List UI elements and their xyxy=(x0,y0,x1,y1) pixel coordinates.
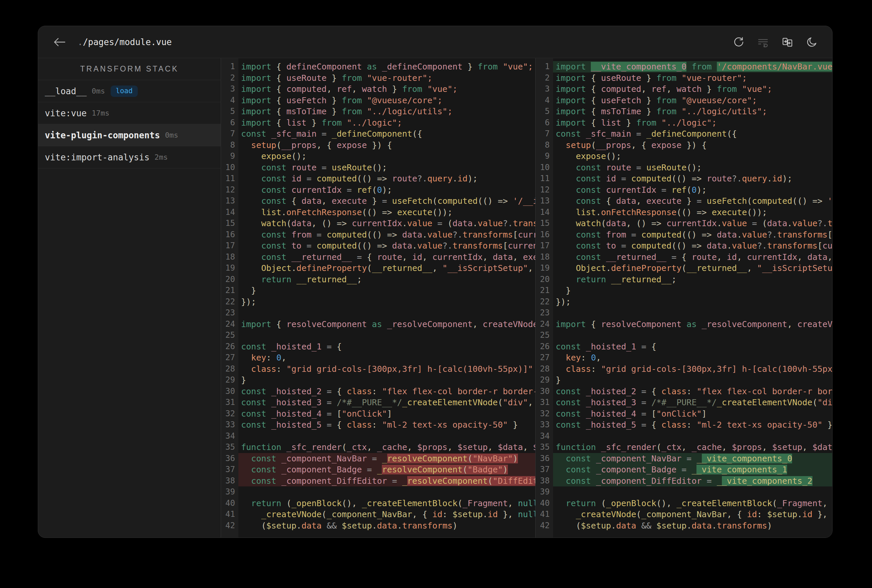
code-line: 27 key: 0, xyxy=(536,352,832,363)
code-line: 38 const _component_DiffEditor = _resolv… xyxy=(221,476,535,487)
sidebar-item-vite-import-analysis[interactable]: vite:import-analysis2ms xyxy=(38,146,221,168)
line-number: 25 xyxy=(536,330,553,341)
code-text: return (_openBlock(), _createElementBloc… xyxy=(553,498,832,509)
code-text: expose(); xyxy=(238,151,535,162)
line-number: 37 xyxy=(221,464,238,476)
code-text: const to = computed(() => data.value?.tr… xyxy=(553,240,832,252)
code-line: 41 _createVNode(_component_NavBar, { id:… xyxy=(221,509,535,520)
code-line: 4import { useFetch } from "@vueuse/core"… xyxy=(221,95,535,106)
diff-added-line: const _component_DiffEditor = __vite_com… xyxy=(553,476,832,487)
sidebar-item--load-[interactable]: __load__0msload xyxy=(38,80,221,102)
code-text: import { defineComponent as _defineCompo… xyxy=(238,61,535,72)
line-number: 31 xyxy=(536,397,553,408)
code-panel-before[interactable]: 1import { defineComponent as _defineComp… xyxy=(221,58,535,537)
line-number: 30 xyxy=(221,386,238,397)
line-number: 18 xyxy=(536,252,553,263)
side-by-side-button[interactable] xyxy=(781,36,794,48)
code-panel-after[interactable]: 1import __vite_components_0 from '/compo… xyxy=(535,58,832,537)
code-line: 9 expose(); xyxy=(221,151,535,162)
code-line: 28 class: "grid grid-cols-[300px,3fr] h-… xyxy=(221,363,535,375)
code-text: return __returned__; xyxy=(553,274,832,285)
code-text: key: 0, xyxy=(553,352,832,363)
line-number: 42 xyxy=(536,520,553,531)
line-number: 22 xyxy=(536,296,553,308)
line-number: 2 xyxy=(221,72,238,84)
code-text: } xyxy=(553,285,832,296)
code-text: const __returned__ = { route, id, curren… xyxy=(238,252,535,263)
line-number: 32 xyxy=(221,408,238,420)
dark-mode-button[interactable] xyxy=(806,36,818,48)
back-button[interactable] xyxy=(53,36,66,48)
line-number: 21 xyxy=(536,285,553,296)
code-text: }); xyxy=(553,296,832,308)
main-area: TRANSFORM STACK __load__0msloadvite:vue1… xyxy=(38,58,832,537)
line-number: 8 xyxy=(536,140,553,151)
code-text: const _sfc_main = _defineComponent({ xyxy=(553,128,832,140)
line-number: 3 xyxy=(221,84,238,95)
code-line: 30const _hoisted_2 = { class: "flex flex… xyxy=(221,386,535,397)
code-line: 26const _hoisted_1 = { xyxy=(221,341,535,352)
line-number: 34 xyxy=(536,430,553,442)
code-line: 22}); xyxy=(536,296,832,308)
diff-added-line: import __vite_components_0 from '/compon… xyxy=(553,61,832,72)
code-text: const _hoisted_1 = { xyxy=(238,341,535,352)
code-line: 17 const to = computed(() => data.value?… xyxy=(536,240,832,252)
line-number: 26 xyxy=(536,341,553,352)
code-text xyxy=(238,486,535,498)
code-text xyxy=(553,308,832,319)
refresh-button[interactable] xyxy=(732,36,745,48)
plugin-name: __load__ xyxy=(45,86,87,96)
code-line: 13 const { data, execute } = useFetch(co… xyxy=(221,195,535,207)
code-line: 11 const id = computed(() => route?.quer… xyxy=(536,173,832,184)
line-number: 24 xyxy=(536,319,553,330)
line-number: 40 xyxy=(536,498,553,509)
code-text xyxy=(553,330,832,341)
code-line: 2import { useRoute } from "vue-router"; xyxy=(536,72,832,84)
line-number: 32 xyxy=(536,408,553,420)
code-text: import { computed, ref, watch } from "vu… xyxy=(238,84,535,95)
refresh-icon xyxy=(733,36,744,48)
code-text: const _hoisted_2 = { class: "flex flex-c… xyxy=(553,386,832,397)
code-line: 36 const _component_NavBar = __vite_comp… xyxy=(536,453,832,464)
line-number: 7 xyxy=(536,128,553,140)
code-text: const { data, execute } = useFetch(compu… xyxy=(238,195,535,207)
code-line: 1import __vite_components_0 from '/compo… xyxy=(536,61,832,72)
word-wrap-button[interactable] xyxy=(757,36,769,48)
line-number: 1 xyxy=(536,61,553,72)
line-number: 39 xyxy=(221,486,238,498)
line-number: 1 xyxy=(221,61,238,72)
title-path: /pages/module.vue xyxy=(83,37,172,47)
plugin-time: 0ms xyxy=(92,87,105,95)
line-number: 19 xyxy=(536,262,553,274)
code-line: 27 key: 0, xyxy=(221,352,535,363)
code-text: const _hoisted_1 = { xyxy=(553,341,832,352)
code-text: const __returned__ = { route, id, curren… xyxy=(553,252,832,263)
code-text: list.onFetchResponse(() => execute()); xyxy=(553,207,832,218)
code-text: import { useFetch } from "@vueuse/core"; xyxy=(238,95,535,106)
sidebar-item-vite-plugin-components[interactable]: vite-plugin-components0ms xyxy=(38,124,221,146)
code-line: 39 xyxy=(536,486,832,498)
code-line: 10 const route = useRoute(); xyxy=(221,162,535,173)
line-number: 16 xyxy=(536,229,553,240)
code-line: 30const _hoisted_2 = { class: "flex flex… xyxy=(536,386,832,397)
line-number: 18 xyxy=(221,252,238,263)
line-number: 33 xyxy=(536,419,553,430)
code-line: 25 xyxy=(536,330,832,341)
plugin-time: 17ms xyxy=(92,109,109,117)
code-text: Object.defineProperty(__returned__, "__i… xyxy=(553,262,832,274)
code-line: 21 } xyxy=(536,285,832,296)
code-line: 7const _sfc_main = _defineComponent({ xyxy=(221,128,535,140)
line-number: 4 xyxy=(536,95,553,106)
code-line: 42 ($setup.data && $setup.data.transform… xyxy=(536,520,832,531)
line-number: 21 xyxy=(221,285,238,296)
code-text: import { computed, ref, watch } from "vu… xyxy=(553,84,832,95)
code-text: import { msToTime } from "../logic/utils… xyxy=(238,106,535,117)
code-line: 3import { computed, ref, watch } from "v… xyxy=(221,84,535,95)
sidebar-item-vite-vue[interactable]: vite:vue17ms xyxy=(38,102,221,124)
code-line: 34 xyxy=(536,430,832,442)
code-line: 5import { msToTime } from "../logic/util… xyxy=(536,106,832,117)
code-text: setup(__props, { expose }) { xyxy=(553,140,832,151)
line-number: 4 xyxy=(221,95,238,106)
code-line: 6import { list } from "../logic"; xyxy=(536,117,832,129)
code-text: const _hoisted_4 = ["onClick"] xyxy=(238,408,535,420)
